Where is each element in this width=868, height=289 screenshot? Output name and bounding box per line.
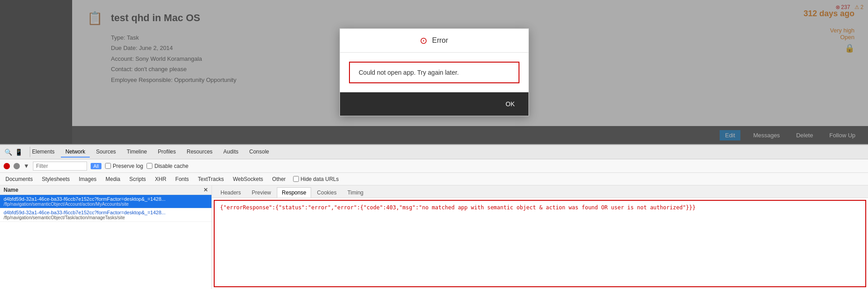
tab-profiles[interactable]: Profiles xyxy=(153,147,180,158)
app-area: 📋 test qhd in Mac OS 312 days ago Type: … xyxy=(0,0,868,144)
modal-ok-button[interactable]: OK xyxy=(501,99,519,109)
tab-network[interactable]: Network xyxy=(61,147,90,158)
modal-error-icon: ⊙ xyxy=(420,35,427,46)
devtools-toolbar: ▼ All Preserve log Disable cache xyxy=(0,159,868,173)
stop-button[interactable] xyxy=(14,163,20,169)
devtools-filter-bar: Documents Stylesheets Images Media Scrip… xyxy=(0,173,868,185)
tab-console[interactable]: Console xyxy=(245,147,274,158)
error-modal: ⊙ Error Could not open app. Try again la… xyxy=(340,28,529,116)
filter-other[interactable]: Other xyxy=(271,175,288,183)
response-content: {"errorResponse":{"status":"error","erro… xyxy=(214,200,866,287)
filter-websockets[interactable]: WebSockets xyxy=(231,175,265,183)
detail-tab-headers[interactable]: Headers xyxy=(216,187,246,198)
tab-sources[interactable]: Sources xyxy=(92,147,120,158)
devtools-tab-bar: 🔍 📱 Elements Network Sources Timeline Pr… xyxy=(0,145,868,159)
devtools-panel: 🔍 📱 Elements Network Sources Timeline Pr… xyxy=(0,144,868,289)
detail-tab-preview[interactable]: Preview xyxy=(247,187,276,198)
preserve-log-label: Preserve log xyxy=(105,163,143,169)
tab-timeline[interactable]: Timeline xyxy=(122,147,152,158)
modal-title: Error xyxy=(432,36,448,45)
filter-texttracks[interactable]: TextTracks xyxy=(196,175,226,183)
filter-input[interactable] xyxy=(33,162,87,171)
network-item-1-name: d4bfd59d-32a1-46ce-ba33-f6ccb7e152cc?for… xyxy=(4,196,202,202)
detail-tabs: Headers Preview Response Cookies Timing xyxy=(212,185,868,198)
hide-data-urls-label: Hide data URLs xyxy=(293,176,339,182)
detail-panel: Headers Preview Response Cookies Timing … xyxy=(212,185,868,289)
tab-elements[interactable]: Elements xyxy=(30,147,59,158)
tab-resources[interactable]: Resources xyxy=(182,147,217,158)
filter-images[interactable]: Images xyxy=(77,175,98,183)
network-item-2[interactable]: d4bfd59d-32a1-46ce-ba33-f6ccb7e152cc?for… xyxy=(0,208,211,222)
devtools-icons: 🔍 📱 xyxy=(5,149,23,156)
network-item-2-path: /flp/navigation/semanticObject/Task/acti… xyxy=(4,215,208,220)
filter-xhr[interactable]: XHR xyxy=(153,175,168,183)
modal-body: Could not open app. Try again later. xyxy=(340,53,528,92)
filter-stylesheets[interactable]: Stylesheets xyxy=(40,175,72,183)
detail-tab-cookies[interactable]: Cookies xyxy=(312,187,341,198)
disable-cache-checkbox[interactable] xyxy=(147,163,152,169)
network-item-2-name: d4bfd59d-32a1-46ce-ba33-f6ccb7e152cc?for… xyxy=(4,210,202,215)
tab-audits[interactable]: Audits xyxy=(219,147,243,158)
modal-footer: OK xyxy=(340,92,528,116)
network-item-1[interactable]: d4bfd59d-32a1-46ce-ba33-f6ccb7e152cc?for… xyxy=(0,195,211,208)
filter-scripts[interactable]: Scripts xyxy=(128,175,148,183)
device-icon[interactable]: 📱 xyxy=(15,149,23,156)
close-panel-button[interactable]: ✕ xyxy=(203,187,208,193)
filter-media[interactable]: Media xyxy=(104,175,122,183)
devtools-content: Name ✕ d4bfd59d-32a1-46ce-ba33-f6ccb7e15… xyxy=(0,185,868,289)
record-button[interactable] xyxy=(4,163,10,169)
modal-message: Could not open app. Try again later. xyxy=(349,62,519,83)
modal-overlay: ⊙ Error Could not open app. Try again la… xyxy=(0,0,868,144)
hide-data-urls-checkbox[interactable] xyxy=(293,176,299,182)
detail-tab-timing[interactable]: Timing xyxy=(342,187,368,198)
all-badge[interactable]: All xyxy=(91,163,101,169)
filter-icon: ▼ xyxy=(23,163,29,169)
modal-header: ⊙ Error xyxy=(340,29,528,53)
detail-tab-response[interactable]: Response xyxy=(277,187,311,198)
col-name-header: Name xyxy=(4,187,203,193)
network-list-header: Name ✕ xyxy=(0,185,211,195)
inspect-icon[interactable]: 🔍 xyxy=(5,149,12,156)
filter-fonts[interactable]: Fonts xyxy=(174,175,191,183)
disable-cache-label: Disable cache xyxy=(147,163,188,169)
filter-documents[interactable]: Documents xyxy=(4,175,35,183)
network-item-1-path: /flp/navigation/semanticObject/Account/a… xyxy=(4,202,208,207)
preserve-log-checkbox[interactable] xyxy=(105,163,111,169)
network-list: Name ✕ d4bfd59d-32a1-46ce-ba33-f6ccb7e15… xyxy=(0,185,212,289)
